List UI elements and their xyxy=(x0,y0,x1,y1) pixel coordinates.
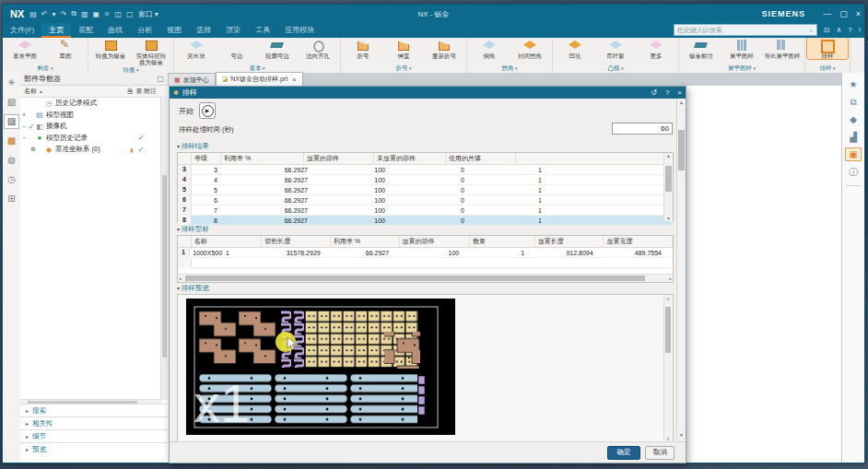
navigator-row[interactable]: ⊕ ◆ 基准坐标系 (0) ▮ ✓ xyxy=(20,144,168,156)
menu-tab[interactable]: 装配 xyxy=(71,23,100,38)
ribbon-tool[interactable]: 倒角 xyxy=(469,38,510,59)
resource-bar-icon[interactable]: ▧ xyxy=(5,96,18,109)
resource-bar-icon[interactable]: ✳ xyxy=(5,76,18,89)
ribbon-tool[interactable]: 轮廓弯边 xyxy=(257,38,298,59)
search-input[interactable]: 在此键入以搜索 ⌕ xyxy=(674,24,817,36)
menu-tab[interactable]: 主页 xyxy=(41,23,71,38)
window-control-button[interactable]: × xyxy=(856,9,861,18)
qat-icon[interactable]: ▾ xyxy=(53,10,56,18)
col-placed[interactable]: 放置的部件 xyxy=(400,236,471,247)
ribbon-tool[interactable]: 实体特征转 换为钣金 xyxy=(131,38,171,65)
row-check[interactable]: ✓ xyxy=(28,123,35,131)
column-name[interactable]: 名称 ▲ xyxy=(20,87,125,96)
navigator-section[interactable]: 细节 xyxy=(20,429,168,442)
table-row[interactable]: 3 3 66.2927 100 0 1 xyxy=(178,165,673,175)
sidebar-icon[interactable]: ★ xyxy=(846,78,861,90)
col-name[interactable]: 名称 xyxy=(192,236,263,247)
ribbon-group-label[interactable]: 构造 xyxy=(5,64,86,73)
nesting-preview-canvas[interactable]: x1 xyxy=(186,299,455,435)
ribbon-tool[interactable]: 折弯 xyxy=(343,38,383,59)
sidebar-icon[interactable]: ⧉ xyxy=(846,96,861,108)
sidebar-icon[interactable]: ▟ xyxy=(846,131,861,143)
resource-bar-icon[interactable]: ⊞ xyxy=(5,193,18,205)
qat-icon[interactable]: ⌯ xyxy=(104,9,110,18)
qat-icon[interactable]: ▥ xyxy=(81,10,88,18)
ribbon-tool[interactable]: 伸直 xyxy=(383,38,424,59)
sidebar-icon[interactable]: ⓘ xyxy=(846,166,861,178)
column-quantity[interactable]: 量 xyxy=(135,87,144,96)
section-results[interactable]: 排样结果 xyxy=(177,142,209,151)
col-utilization[interactable]: 利用率 % xyxy=(221,153,304,164)
ribbon-tool[interactable]: 重新折弯 xyxy=(424,38,464,59)
qat-icon[interactable]: ▤ xyxy=(29,10,37,18)
table-row[interactable]: 1 1000X500_1 31578.2929 66.2927 100 1 91… xyxy=(178,248,673,258)
results-vscrollbar[interactable]: ▲▼ xyxy=(663,153,673,221)
row-label[interactable]: 模型视图 xyxy=(44,111,127,120)
dialog-title-bar[interactable]: ✱ 排样 ↺?× xyxy=(170,87,686,99)
dialog-vscrollbar[interactable]: ▲▼ xyxy=(676,99,686,439)
ribbon-tool[interactable]: 百叶窗 xyxy=(595,38,636,59)
expander-icon[interactable]: + xyxy=(20,111,28,118)
resource-bar-icon[interactable]: ◷ xyxy=(5,173,18,186)
navigator-row[interactable]: − ● 模型历史记录 ✓ xyxy=(20,133,168,145)
menu-tab[interactable]: 工具 xyxy=(248,23,277,38)
navigator-row[interactable]: − ✓ ◧ 摄像机 xyxy=(20,121,168,133)
col-placed-length[interactable]: 放置长度 xyxy=(535,236,604,247)
menu-tab[interactable]: 应用模块 xyxy=(277,23,322,38)
undock-icon[interactable]: ▢ xyxy=(157,75,164,83)
navigator-row[interactable]: ◷ 历史记录模式 xyxy=(20,98,168,110)
expander-icon[interactable]: − xyxy=(20,135,28,141)
table-row[interactable]: 4 4 66.2927 100 0 1 xyxy=(178,175,673,185)
menu-utility-icon[interactable]: ! xyxy=(859,26,861,34)
qat-icon[interactable]: 窗口 ▾ xyxy=(138,9,158,19)
navigator-row[interactable]: + ▤ 模型视图 xyxy=(20,110,168,122)
col-placed[interactable]: 放置的部件 xyxy=(304,153,374,164)
ribbon-tool[interactable]: 封闭拐角 xyxy=(510,38,550,59)
dialog-control-icon[interactable]: ↺ xyxy=(651,88,657,97)
ribbon-tool[interactable]: 展平图样 xyxy=(721,38,762,59)
qat-icon[interactable]: ▣ xyxy=(93,10,100,18)
window-control-button[interactable]: — xyxy=(823,9,831,18)
ribbon-tool[interactable]: 更多 xyxy=(636,38,676,59)
ribbon-tool[interactable]: 排样 xyxy=(807,38,848,59)
navigator-section[interactable]: 搜索 xyxy=(20,404,168,416)
ribbon-tool[interactable]: 钣金标注 xyxy=(681,38,721,59)
row-label[interactable]: 模型历史记录 xyxy=(44,134,127,143)
ribbon-tool[interactable]: 弯边 xyxy=(217,38,257,59)
col-sheets[interactable]: 使用的片体 xyxy=(446,153,516,164)
menu-tab[interactable]: 渲染 xyxy=(218,23,248,38)
tab-active-part[interactable]: ◪ NX钣金自动排样.prt × xyxy=(216,72,303,86)
cancel-button[interactable]: 取消 xyxy=(645,446,674,460)
tab-discovery-center[interactable]: ▦ 发现中心 xyxy=(168,73,216,86)
menu-tab[interactable]: 选择 xyxy=(189,23,218,38)
ribbon-group-label[interactable]: 凸模 xyxy=(555,64,676,73)
menu-tab[interactable]: 文件(F) xyxy=(3,23,41,38)
qat-icon[interactable]: ⧉ xyxy=(71,9,76,18)
menu-tab[interactable]: 曲线 xyxy=(100,23,130,38)
column-note[interactable]: 附注 xyxy=(144,87,168,96)
menu-utility-icon[interactable]: ? xyxy=(848,26,851,34)
col-quantity[interactable]: 数量 xyxy=(470,236,535,247)
col-placed-width[interactable]: 放置宽度 xyxy=(604,236,673,247)
processing-time-input[interactable]: 60 xyxy=(612,123,673,135)
row-label[interactable]: 摄像机 xyxy=(44,122,127,131)
menu-utility-icon[interactable]: ∧ xyxy=(836,26,841,34)
navigator-section[interactable]: 预览 xyxy=(20,442,168,455)
col-cut-length[interactable]: 切割长度 xyxy=(262,236,331,247)
start-button[interactable]: ▶ xyxy=(199,102,216,119)
table-row[interactable]: 5 5 66.2927 100 0 1 xyxy=(178,185,673,195)
col-level[interactable]: 等级 xyxy=(192,153,221,164)
qat-icon[interactable]: ↶ xyxy=(41,10,48,18)
ribbon-tool[interactable]: 突出块 xyxy=(176,38,217,59)
qat-icon[interactable]: ↷ xyxy=(61,10,67,18)
sidebar-icon[interactable]: ◆ xyxy=(846,113,861,125)
preview-vscrollbar[interactable]: ∧∨ xyxy=(663,296,672,441)
ribbon-tool[interactable]: 草图 xyxy=(45,38,86,59)
qat-icon[interactable]: ▢ xyxy=(126,10,134,18)
menu-tab[interactable]: 视图 xyxy=(159,23,189,38)
menu-tab[interactable]: 分析 xyxy=(130,23,159,38)
expander-icon[interactable]: ⊕ xyxy=(29,146,37,153)
profiles-hscrollbar[interactable]: ◂▸ xyxy=(178,274,673,282)
resource-bar-icon[interactable]: ▩ xyxy=(5,135,18,147)
expander-icon[interactable]: − xyxy=(20,123,28,130)
